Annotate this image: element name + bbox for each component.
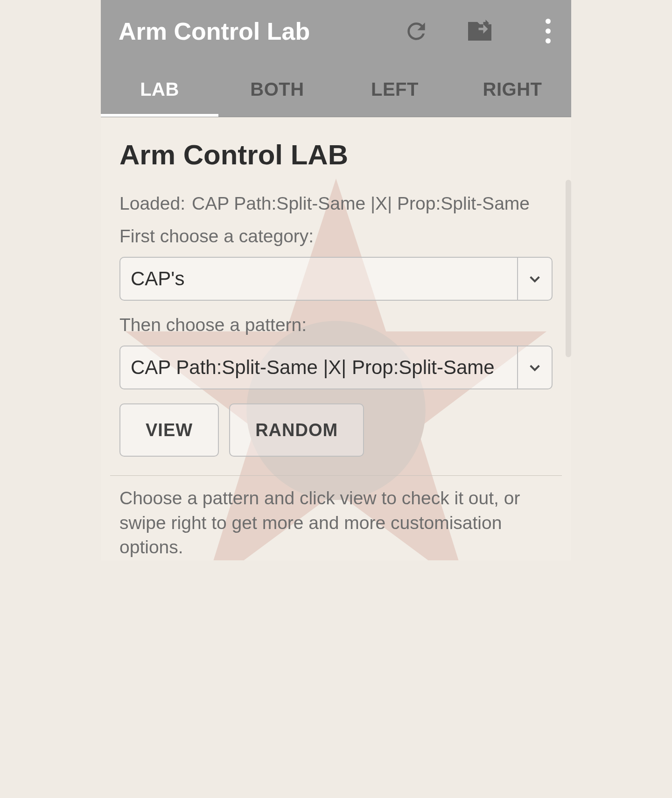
page-heading: Arm Control LAB bbox=[119, 139, 553, 171]
hint-text: Choose a pattern and click view to check… bbox=[119, 486, 553, 560]
tab-both[interactable]: BOTH bbox=[218, 62, 336, 117]
tab-label: BOTH bbox=[250, 79, 304, 100]
view-button[interactable]: VIEW bbox=[119, 403, 219, 457]
tab-label: LEFT bbox=[371, 79, 419, 100]
refresh-icon[interactable] bbox=[402, 17, 430, 45]
content-inner: Arm Control LAB Loaded: CAP Path:Split-S… bbox=[101, 117, 571, 560]
tab-label: LAB bbox=[140, 79, 179, 100]
random-button[interactable]: RANDOM bbox=[229, 403, 364, 457]
pattern-select[interactable]: CAP Path:Split-Same |X| Prop:Split-Same bbox=[119, 346, 553, 389]
button-label: RANDOM bbox=[255, 420, 338, 440]
category-select-value: CAP's bbox=[120, 258, 517, 300]
loaded-label: Loaded: bbox=[119, 193, 185, 214]
tab-bar: LAB BOTH LEFT RIGHT bbox=[101, 62, 571, 117]
app-bar: Arm Control Lab bbox=[101, 0, 571, 62]
loaded-row: Loaded: CAP Path:Split-Same |X| Prop:Spl… bbox=[119, 193, 553, 214]
category-select[interactable]: CAP's bbox=[119, 257, 553, 301]
chevron-down-icon bbox=[517, 346, 552, 388]
tab-left[interactable]: LEFT bbox=[336, 62, 454, 117]
tab-label: RIGHT bbox=[483, 79, 542, 100]
loaded-value: CAP Path:Split-Same |X| Prop:Split-Same bbox=[192, 193, 530, 214]
overflow-menu-icon[interactable] bbox=[539, 17, 557, 45]
button-label: VIEW bbox=[146, 420, 193, 440]
pattern-select-value: CAP Path:Split-Same |X| Prop:Split-Same bbox=[120, 346, 517, 388]
app-screen: Arm Control Lab LAB BO bbox=[101, 0, 571, 560]
pattern-label: Then choose a pattern: bbox=[119, 315, 553, 335]
chevron-down-icon bbox=[517, 258, 552, 300]
category-label: First choose a category: bbox=[119, 226, 553, 247]
divider bbox=[110, 475, 562, 476]
tab-right[interactable]: RIGHT bbox=[454, 62, 571, 117]
tab-lab[interactable]: LAB bbox=[101, 62, 218, 117]
app-title: Arm Control Lab bbox=[119, 17, 402, 45]
button-row: VIEW RANDOM bbox=[119, 403, 553, 457]
open-folder-icon[interactable] bbox=[466, 17, 494, 45]
content-area: Arm Control LAB Loaded: CAP Path:Split-S… bbox=[101, 117, 571, 560]
appbar-actions bbox=[402, 17, 557, 45]
